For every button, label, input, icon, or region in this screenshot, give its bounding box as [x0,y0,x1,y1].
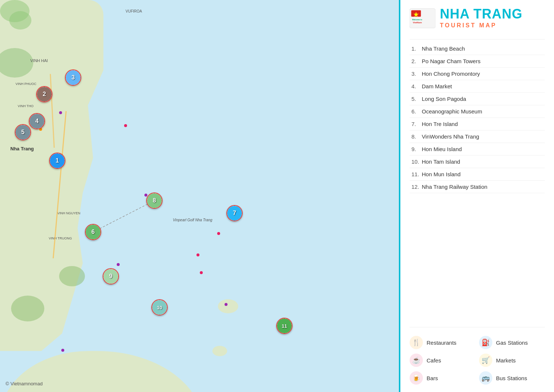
vinh-truong-label: VINH TRUONG [49,236,72,240]
attraction-name-3: Hon Chong Promontory [422,71,480,77]
legend-restaurants: 🍴 Restaurants [410,336,475,349]
legend-markets: 🛒 Markets [479,354,545,367]
title-block: NHA TRANG TOURIST MAP [440,7,523,29]
sidebar: Welcome to VietNam NHA TRANG TOURIST MAP… [399,0,554,392]
attraction-number-8: 8. [411,133,422,140]
attraction-number-5: 5. [411,96,422,102]
legend-bus: 🚌 Bus Stations [479,371,545,385]
attraction-item-4: 4. Dam Market [410,80,545,93]
poi-dot [117,263,120,266]
vinh-nguyen-label: VINH NGUYEN [57,211,81,215]
title-main: NHA TRANG [440,7,523,21]
attraction-number-12: 12. [411,184,422,190]
legend-bars: 🍺 Bars [410,371,475,385]
svg-text:VietNam: VietNam [413,21,422,23]
poi-dot [61,349,64,352]
island-tiny2 [218,299,238,313]
attraction-item-11: 11. Hon Mun Island [410,168,545,181]
attraction-number-11: 11. [411,171,422,177]
marker-2[interactable]: 2 [36,86,52,102]
marker-7[interactable]: 7 [226,205,243,221]
bar-icon: 🍺 [410,371,423,385]
legend-cafes-label: Cafes [427,357,441,364]
island-tiny [212,346,227,356]
marker-1[interactable]: 1 [49,153,65,169]
legend-bars-label: Bars [427,375,438,381]
attraction-number-7: 7. [411,121,422,127]
green-area [0,0,30,22]
legend-divider [410,327,545,327]
market-icon: 🛒 [479,354,492,367]
attraction-number-3: 3. [411,71,422,77]
attraction-name-10: Hon Tam Island [422,158,460,165]
attraction-item-10: 10. Hon Tam Island [410,156,545,168]
bus-icon: 🚌 [479,371,492,385]
attraction-name-12: Nha Trang Railway Station [422,184,488,190]
attraction-name-4: Dam Market [422,83,452,89]
sidebar-header: Welcome to VietNam NHA TRANG TOURIST MAP [410,7,545,29]
marker-11[interactable]: 11 [276,318,293,334]
attraction-name-8: VinWonders Nha Trang [422,133,479,140]
attractions-list: 1. Nha Trang Beach 2. Po Nagar Cham Towe… [410,42,545,324]
marker-6[interactable]: 6 [85,224,101,240]
attraction-item-2: 2. Po Nagar Cham Towers [410,55,545,68]
legend-restaurants-label: Restaurants [427,340,456,346]
marker-5[interactable]: 5 [15,124,31,140]
attraction-item-7: 7. Hon Tre Island [410,118,545,130]
title-sub: TOURIST MAP [440,22,523,29]
attraction-name-7: Hon Tre Island [422,121,458,127]
attraction-number-4: 4. [411,83,422,89]
legend-gas-label: Gas Stations [496,340,528,346]
header-divider [410,39,545,40]
marker-10[interactable]: 10 [151,299,168,316]
vinpearl-label: Vinpearl Golf Nha Trang [173,218,212,222]
attraction-item-3: 3. Hon Chong Promontory [410,68,545,80]
attraction-name-1: Nha Trang Beach [422,45,465,52]
green-area [59,266,85,286]
poi-dot [225,303,228,306]
attraction-item-8: 8. VinWonders Nha Trang [410,130,545,143]
marker-4[interactable]: 4 [29,113,45,129]
vietnam-logo: Welcome to VietNam [410,8,435,28]
restaurant-icon: 🍴 [410,336,423,349]
vinh-tho-label: VINH THO [18,104,34,108]
attraction-number-1: 1. [411,45,422,52]
legend-markets-label: Markets [496,357,516,364]
poi-dot [200,271,203,274]
green-area [11,296,44,321]
attraction-name-9: Hon Mieu Island [422,146,462,152]
attraction-name-6: Oceanographic Museum [422,108,482,115]
poi-dot [196,253,199,256]
gas-icon: ⛽ [479,336,492,349]
attraction-name-11: Hon Mun Island [422,171,461,177]
attraction-name-5: Long Son Pagoda [422,96,466,102]
attraction-number-2: 2. [411,58,422,64]
legend-bus-label: Bus Stations [496,375,527,381]
top-label: VUFIROA [126,9,142,13]
legend-gas: ⛽ Gas Stations [479,336,545,349]
attraction-item-1: 1. Nha Trang Beach [410,42,545,55]
marker-9[interactable]: 9 [103,268,119,284]
attraction-item-12: 12. Nha Trang Railway Station [410,181,545,193]
svg-text:Welcome to: Welcome to [412,18,422,20]
poi-dot [144,194,147,197]
legend-cafes: ☕ Cafes [410,354,475,367]
poi-dot [124,124,127,127]
poi-dot [59,111,62,114]
attraction-item-6: 6. Oceanographic Museum [410,105,545,118]
attraction-item-9: 9. Hon Mieu Island [410,143,545,156]
copyright: © Vietnamnomad [6,381,42,386]
marker-8[interactable]: 8 [146,192,163,209]
svg-line-0 [93,201,154,232]
vinh-phuoc-label: VINH PHUOC [16,82,37,86]
attraction-number-10: 10. [411,158,422,165]
attraction-number-6: 6. [411,108,422,115]
legend: 🍴 Restaurants ⛽ Gas Stations ☕ Cafes 🛒 M… [410,336,545,385]
nha-trang-label: Nha Trang [10,146,34,151]
vinh-hai-label: VINH HAI [30,58,48,63]
poi-dot [217,232,220,235]
attraction-number-9: 9. [411,146,422,152]
cafe-icon: ☕ [410,354,423,367]
marker-3[interactable]: 3 [65,69,81,86]
map-section: Nha Trang VINH HAI VINH PHUOC VINH THO V… [0,0,399,392]
